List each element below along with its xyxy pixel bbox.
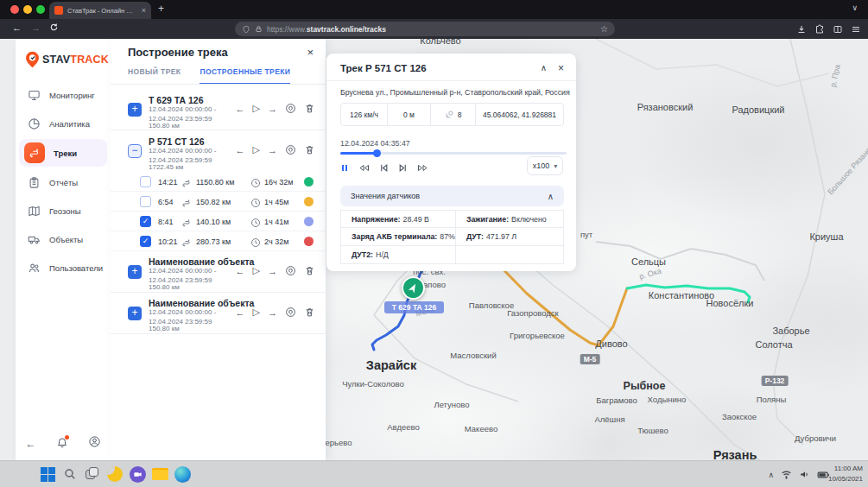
downloads-icon[interactable] xyxy=(796,24,807,35)
url-bar[interactable]: https://www.stavtrack.online/tracks ☆ xyxy=(235,22,615,36)
tray-chevron-icon[interactable]: ∧ xyxy=(768,471,774,479)
track-item-3[interactable]: + Наименование объекта 12.04.2024 00:00:… xyxy=(111,251,326,293)
sensors-header[interactable]: Значения датчиков ∧ xyxy=(340,186,564,206)
play-track-icon[interactable]: ▷ xyxy=(253,307,260,318)
prev-track-icon[interactable]: ← xyxy=(236,307,245,318)
reload-icon[interactable] xyxy=(49,22,59,34)
url-text[interactable]: https://www.stavtrack.online/tracks xyxy=(267,25,386,34)
window-close-button[interactable] xyxy=(10,5,19,14)
edge-browser-icon[interactable] xyxy=(173,465,192,484)
moon-app-icon[interactable] xyxy=(105,465,124,484)
subtrack-row-1[interactable]: 14:21 1150.80 км 16ч 32м xyxy=(111,172,326,192)
volume-icon[interactable] xyxy=(799,469,810,480)
video-app-icon[interactable] xyxy=(128,465,147,484)
altitude-value: 0 м xyxy=(388,104,431,125)
next-track-icon[interactable]: → xyxy=(268,266,277,276)
window-minimize-button[interactable] xyxy=(23,5,32,14)
next-track-icon[interactable]: → xyxy=(268,145,277,155)
subtrack-checkbox[interactable] xyxy=(140,196,151,207)
new-tab-button[interactable]: + xyxy=(158,3,164,15)
taskbar-clock[interactable]: 11:00 AM 10/05/2021 xyxy=(828,464,863,484)
locate-pin-icon[interactable] xyxy=(285,103,296,114)
prev-track-icon[interactable]: ← xyxy=(236,266,245,276)
collapse-sidebar-icon[interactable]: ← xyxy=(26,438,36,450)
file-explorer-icon[interactable] xyxy=(150,465,169,484)
slider-knob[interactable] xyxy=(373,149,381,157)
start-button[interactable] xyxy=(38,465,57,484)
skip-back-icon[interactable] xyxy=(379,163,389,173)
track-item-1[interactable]: + Т 629 ТА 126 12.04.2024 00:00:00 - 12.… xyxy=(111,89,326,130)
prev-track-icon[interactable]: ← xyxy=(236,145,245,155)
subtrack-checkbox[interactable] xyxy=(140,176,151,187)
sidebar-item-reports[interactable]: Отчёты xyxy=(19,169,107,195)
track-item-2[interactable]: − Р 571 СТ 126 12.04.2024 00:00:00 - 12.… xyxy=(111,130,326,172)
map-label: апово xyxy=(423,280,446,289)
map-label: Макеево xyxy=(465,424,497,433)
tab-close-icon[interactable]: × xyxy=(142,6,146,15)
play-track-icon[interactable]: ▷ xyxy=(253,103,260,114)
tab-new-track[interactable]: НОВЫЙ ТРЕК xyxy=(128,67,181,85)
pause-icon[interactable] xyxy=(340,163,349,173)
expand-button[interactable]: + xyxy=(128,103,142,117)
chevron-down-icon: ▾ xyxy=(554,162,557,170)
menu-icon[interactable] xyxy=(851,24,861,35)
playback-speed-select[interactable]: x100 ▾ xyxy=(527,156,563,175)
expand-button[interactable]: + xyxy=(128,265,142,279)
task-view-icon[interactable] xyxy=(83,465,102,484)
vehicle-marker[interactable] xyxy=(402,276,425,300)
map-label: Криуша xyxy=(809,231,843,242)
subtrack-row-2[interactable]: 6:54 150.82 км 1ч 45м xyxy=(111,192,326,212)
map-label: Рязань xyxy=(713,448,757,460)
next-track-icon[interactable]: → xyxy=(268,104,277,114)
play-track-icon[interactable]: ▷ xyxy=(253,265,260,276)
vehicle-label-badge[interactable]: Т 629 ТА 126 xyxy=(384,301,444,313)
delete-trash-icon[interactable] xyxy=(304,307,315,318)
subtrack-row-4[interactable]: ✓ 10:21 280.73 км 2ч 32м xyxy=(111,231,326,251)
sidebar-item-analytics[interactable]: Аналитика xyxy=(19,111,107,136)
shield-icon[interactable] xyxy=(242,25,250,34)
delete-trash-icon[interactable] xyxy=(304,103,315,114)
fast-forward-icon[interactable] xyxy=(417,163,428,173)
sidebar-item-monitoring[interactable]: Мониторинг xyxy=(19,82,107,108)
subtrack-checkbox[interactable]: ✓ xyxy=(140,236,151,247)
subtrack-checkbox[interactable]: ✓ xyxy=(140,216,151,227)
delete-trash-icon[interactable] xyxy=(304,265,315,276)
sidebar-item-objects[interactable]: Объекты xyxy=(19,226,107,252)
tracks-panel-close-icon[interactable]: × xyxy=(307,46,314,59)
detail-close-icon[interactable]: × xyxy=(558,62,564,74)
track-item-4[interactable]: + Наименование объекта 12.04.2024 00:00:… xyxy=(111,293,326,334)
notifications-bell-icon[interactable] xyxy=(56,436,68,452)
sidebar-item-users[interactable]: Пользователи xyxy=(19,255,107,281)
search-icon[interactable] xyxy=(60,465,79,484)
extensions-icon[interactable] xyxy=(814,24,825,35)
tab-built-tracks[interactable]: ПОСТРОЕННЫЕ ТРЕКИ xyxy=(200,67,290,85)
playback-datetime: 12.04.2024 04:35:47 xyxy=(340,139,410,148)
tab-list-chevron-icon[interactable]: ∨ xyxy=(852,3,858,12)
forward-icon[interactable]: → xyxy=(31,22,41,33)
delete-trash-icon[interactable] xyxy=(304,144,315,155)
account-icon[interactable] xyxy=(88,435,101,452)
tabs-divider xyxy=(111,84,326,85)
back-icon[interactable]: ← xyxy=(12,22,22,33)
detail-collapse-icon[interactable]: ∧ xyxy=(541,63,547,73)
skip-forward-icon[interactable] xyxy=(398,163,408,173)
locate-pin-icon[interactable] xyxy=(285,307,296,318)
lock-icon xyxy=(255,25,263,33)
next-track-icon[interactable]: → xyxy=(268,307,277,318)
collapse-button[interactable]: − xyxy=(128,144,142,158)
subtrack-row-3[interactable]: ✓ 8:41 140.10 км 1ч 41м xyxy=(111,212,326,231)
window-zoom-button[interactable] xyxy=(36,5,45,14)
browser-tab[interactable]: СтавТрак - Онлайн мониторинг × xyxy=(49,2,151,19)
expand-button[interactable]: + xyxy=(128,307,142,320)
playback-slider[interactable] xyxy=(340,152,567,155)
rewind-icon[interactable] xyxy=(358,163,370,173)
play-track-icon[interactable]: ▷ xyxy=(253,144,260,155)
sidebar-item-geozones[interactable]: Геозоны xyxy=(19,198,107,224)
locate-pin-icon[interactable] xyxy=(285,144,296,155)
wifi-icon[interactable] xyxy=(781,469,792,480)
prev-track-icon[interactable]: ← xyxy=(236,104,245,114)
bookmark-star-icon[interactable]: ☆ xyxy=(600,24,608,34)
sidebar-toggle-icon[interactable] xyxy=(833,24,843,35)
locate-pin-icon[interactable] xyxy=(285,265,296,276)
sidebar-item-tracks[interactable]: Треки xyxy=(19,139,107,167)
